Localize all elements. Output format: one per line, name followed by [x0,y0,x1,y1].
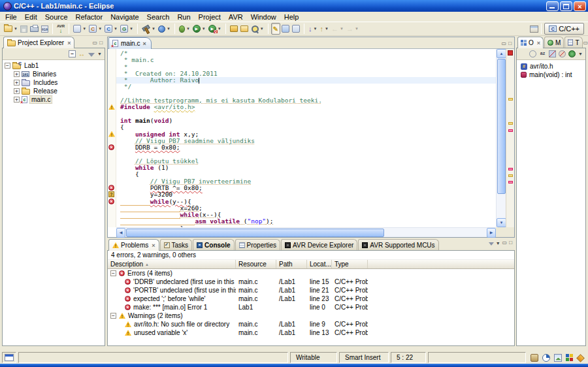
link-with-editor-icon[interactable]: ↔ [78,50,86,57]
menu-item-source[interactable]: Source [41,12,72,22]
new-class-button[interactable]: C▼ [88,23,103,35]
error-marker-icon[interactable] [108,185,114,191]
warning-marker-icon[interactable] [108,131,115,137]
filter-icon[interactable] [88,53,95,57]
code-line[interactable]: PORTB ^= 0x80; [116,185,496,191]
warning-marker-icon[interactable] [108,104,115,110]
back-button[interactable]: ←▼ [330,23,345,35]
tab-outline-t[interactable]: T [564,37,582,48]
menu-item-search[interactable]: Search [143,12,174,22]
vertical-scrollbar[interactable]: ▲ ▼ [496,49,506,227]
code-area[interactable]: /* * main.c * * Created on: 24.10.2011 *… [116,49,496,227]
problems-filter-icon[interactable] [489,242,494,246]
error-overview-mark[interactable] [508,181,513,184]
problems-row[interactable]: make: *** [main.o] Error 1Lab1line 0C/C+… [108,303,514,311]
scroll-right-icon[interactable]: ▶ [487,228,496,238]
scroll-up-icon[interactable]: ▲ [497,49,506,58]
problems-row[interactable]: avr/ito.h: No such file or directorymain… [108,320,514,328]
question-marker-icon[interactable] [108,191,114,197]
tab-avr-supported-mcus[interactable]: AVR Supported MCUs [358,239,438,250]
focus-icon[interactable] [529,50,536,57]
annotation-ruler[interactable] [108,49,116,227]
tree-item-lab1[interactable]: −Lab1 [3,61,105,70]
group-expander-icon[interactable]: − [110,313,116,319]
forward-button[interactable]: →▼ [345,23,360,35]
pinwheel-icon[interactable] [566,354,574,362]
maximize-view-icon[interactable]: □ [99,40,103,46]
menu-item-edit[interactable]: Edit [21,12,41,22]
minimize-outline-icon[interactable]: ▭ [583,40,588,46]
menu-item-help[interactable]: Help [280,12,303,22]
close-view-icon[interactable]: × [152,242,155,249]
tree-expander-icon[interactable]: + [14,97,20,103]
tree-item-binaries[interactable]: +101Binaries [3,70,105,78]
column-header-locat[interactable]: Locat... [307,260,332,268]
problems-row[interactable]: unused variable 'x'main.c/Lab1line 13C/C… [108,328,514,337]
menu-item-refactor[interactable]: Refactor [72,12,107,22]
editor-tab-main-c[interactable]: × main.c × [108,37,152,49]
tree-item-release[interactable]: +Release [3,87,105,95]
tree-expander-icon[interactable]: + [14,71,20,77]
warning-overview-mark[interactable] [508,98,513,101]
menu-item-project[interactable]: Project [195,12,225,22]
goto-annotation-button[interactable]: ↑▼ [319,23,330,35]
maximize-problems-icon[interactable]: □ [509,240,512,246]
collapse-all-icon[interactable]: − [69,50,76,57]
column-header-type[interactable]: Type [332,260,368,268]
open-element-button[interactable] [239,23,250,35]
tab-outline-m[interactable]: M [544,37,564,48]
minimize-view-icon[interactable]: ▭ [93,40,98,46]
tree-expander-icon[interactable]: + [14,88,20,94]
toolbox-icon[interactable] [531,354,538,362]
tab-project-explorer[interactable]: Project Explorer × [3,37,74,48]
run-button[interactable]: ▶▼ [191,23,207,35]
new-c-project-button[interactable]: C▼ [103,23,119,35]
fast-view-cell[interactable] [2,352,16,363]
tree-expander-icon[interactable]: − [5,63,10,69]
open-perspective-icon[interactable] [530,25,538,33]
maximize-editor-icon[interactable]: □ [508,41,512,46]
column-header-path[interactable]: Path [276,260,307,268]
tab-console[interactable]: Console [193,239,234,250]
maximize-button[interactable] [560,1,572,11]
code-line[interactable]: while (1) [116,165,496,171]
code-line[interactable]: int main(void) [116,118,496,124]
error-marker-icon[interactable] [108,199,114,204]
problems-group-row[interactable]: −Errors (4 items) [108,269,514,278]
outline-item-main-void-int[interactable]: main(void) : int [517,71,585,79]
close-button[interactable]: × [574,1,586,11]
debug-button[interactable]: ▼ [178,23,191,35]
code-line[interactable]: * main.c [116,57,496,63]
eclipse-app-icon[interactable] [3,2,12,10]
mark-occurrences-toggle[interactable]: ✎ [271,23,280,35]
horizontal-scroll-thumb[interactable] [126,229,384,237]
scroll-left-icon[interactable]: ◀ [116,228,125,238]
tab-properties[interactable]: Properties [235,239,281,250]
hide-nonpublic-icon[interactable] [568,50,576,57]
tree-item-includes[interactable]: +Includes [3,78,105,87]
vertical-scroll-thumb[interactable] [497,59,506,194]
error-overview-mark[interactable] [508,129,513,132]
problems-row[interactable]: 'DDRB' undeclared (first use in this fun… [108,278,514,286]
build-button[interactable]: ▼ [140,23,157,35]
save-button[interactable] [19,23,29,35]
code-line[interactable]: /* [116,50,496,57]
diamond-icon[interactable] [576,354,585,362]
title-bar[interactable]: C/C++ - Lab1/main.c - Eclipse × [0,0,588,12]
scroll-down-icon[interactable]: ▼ [497,218,506,227]
error-indicator-icon[interactable] [508,50,513,56]
menu-item-window[interactable]: Window [247,12,280,22]
hide-static-icon[interactable] [559,50,566,57]
tree-item-main-c[interactable]: +×main.c [3,95,105,104]
show-outline-toggle[interactable] [291,23,301,35]
problems-row[interactable]: expected ';' before 'while'main.c/Lab1li… [108,295,514,303]
outline-item-avr-ito-h[interactable]: avr/ito.h [517,62,585,71]
tab-tasks[interactable]: Tasks [160,239,193,250]
code-line[interactable] [116,111,496,118]
column-header-description[interactable]: Description▲ [108,260,236,268]
column-header-resource[interactable]: Resource [236,260,276,268]
tab-problems[interactable]: Problems× [108,239,159,251]
outline-menu-icon[interactable]: ▼ [578,52,583,56]
code-line[interactable]: * Author: Raivo [116,77,496,84]
close-editor-icon[interactable]: × [142,40,146,47]
